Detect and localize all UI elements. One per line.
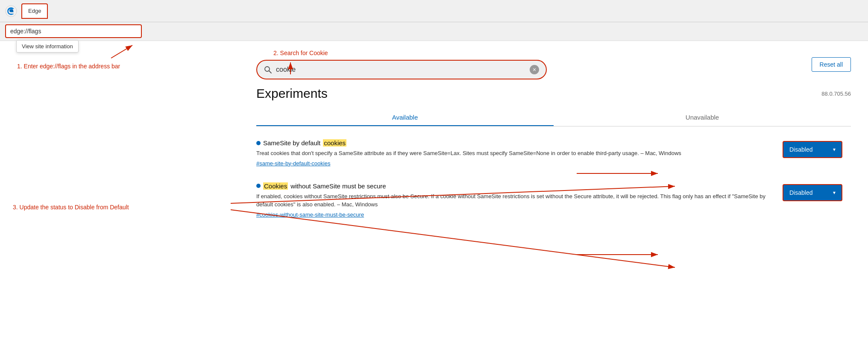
step1-annotation: 1. Enter edge://flags in the address bar <box>17 62 120 70</box>
flag-link-2[interactable]: #cookies-without-same-site-must-be-secur… <box>256 211 364 218</box>
flag-link-1[interactable]: #same-site-by-default-cookies <box>256 160 330 167</box>
address-bar-row: edge://flags View site information <box>0 22 868 41</box>
browser-tab[interactable]: Edge <box>21 3 48 19</box>
search-box[interactable]: cookie × <box>256 60 547 79</box>
flags-list: SameSite by default cookies Treat cookie… <box>256 139 851 218</box>
flag-title-after-2: without SameSite must be secure <box>290 182 386 190</box>
flag-content-1: SameSite by default cookies Treat cookie… <box>256 139 774 167</box>
version-text: 88.0.705.56 <box>821 91 851 97</box>
flag-dot-2 <box>256 184 261 188</box>
main-area: 1. Enter edge://flags in the address bar… <box>0 41 868 349</box>
site-info-tooltip: View site information <box>16 40 79 53</box>
flag-item-samesite-default: SameSite by default cookies Treat cookie… <box>256 139 851 167</box>
tabs-row: Available Unavailable <box>256 109 851 126</box>
step2-annotation: 2. Search for Cookie <box>273 50 328 56</box>
tab-available[interactable]: Available <box>256 109 554 126</box>
flag-title-2: Cookies without SameSite must be secure <box>256 182 774 190</box>
address-url: edge://flags <box>10 28 41 35</box>
flag-content-2: Cookies without SameSite must be secure … <box>256 182 774 218</box>
svg-point-1 <box>265 67 270 71</box>
search-input[interactable]: cookie <box>276 66 525 73</box>
page-title: Experiments <box>256 86 328 101</box>
flag-title-before-1: SameSite by default <box>263 139 320 147</box>
flag-item-cookies-secure: Cookies without SameSite must be secure … <box>256 182 851 218</box>
search-clear-button[interactable]: × <box>530 65 539 74</box>
flag-dropdown-2[interactable]: Disabled ▾ <box>783 184 842 201</box>
svg-line-2 <box>269 71 271 73</box>
tab-area: Edge <box>5 3 48 19</box>
reset-all-button[interactable]: Reset all <box>812 57 851 72</box>
flag-title-highlight-1: cookies <box>323 139 346 147</box>
flag-title-highlight-2: Cookies <box>263 182 288 190</box>
flag-dot-1 <box>256 141 261 145</box>
edge-browser-icon <box>5 5 17 17</box>
address-bar[interactable]: edge://flags <box>5 24 142 38</box>
step3-annotation: 3. Update the status to Disable from Def… <box>13 203 129 211</box>
main-wrapper: 1. Enter edge://flags in the address bar… <box>0 41 868 349</box>
content-area: 2. Search for Cookie cookie × <box>239 50 868 349</box>
flag-description-2: If enabled, cookies without SameSite res… <box>256 192 774 209</box>
tab-unavailable[interactable]: Unavailable <box>554 109 851 126</box>
browser-chrome: Edge <box>0 0 868 22</box>
tab-label: Edge <box>28 8 41 14</box>
flag-dropdown-1[interactable]: Disabled ▾ <box>783 141 842 158</box>
flag-title-1: SameSite by default cookies <box>256 139 774 147</box>
search-row: 2. Search for Cookie cookie × <box>256 50 851 79</box>
dropdown-arrow-1: ▾ <box>833 147 836 153</box>
flag-description-1: Treat cookies that don't specify a SameS… <box>256 149 774 158</box>
dropdown-arrow-2: ▾ <box>833 190 836 196</box>
search-icon <box>264 66 272 73</box>
annotation-area: 1. Enter edge://flags in the address bar… <box>0 50 239 349</box>
